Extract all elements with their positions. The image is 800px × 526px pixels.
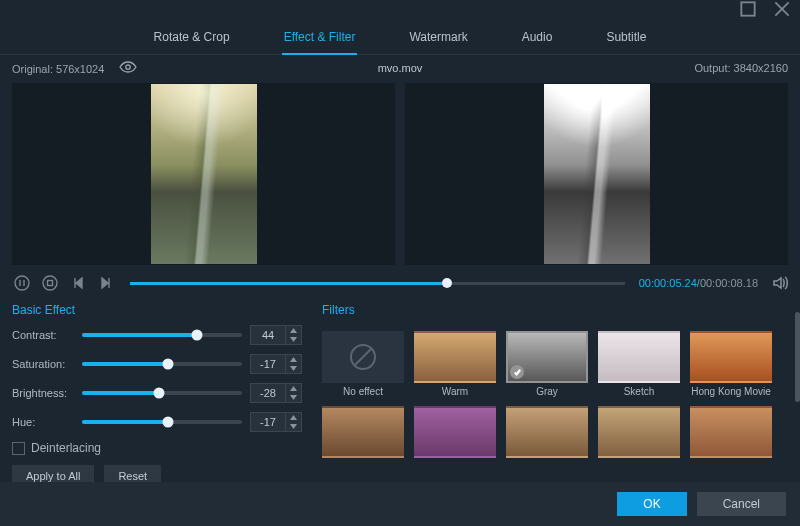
transport-bar: 00:00:05.24/00:00:08.18: [0, 267, 800, 299]
effect-label: Brightness:: [12, 387, 74, 399]
filter-item-r2a[interactable]: [322, 406, 404, 461]
filter-item-hk[interactable]: Hong Kong Movie: [690, 331, 772, 397]
tab-subtitle[interactable]: Subtitle: [604, 24, 648, 54]
stepper-down-icon[interactable]: [286, 422, 301, 431]
prev-frame-button[interactable]: [68, 273, 88, 293]
filters-scrollbar[interactable]: [795, 312, 800, 402]
close-icon[interactable]: [772, 0, 792, 19]
effect-value-box: [250, 412, 302, 432]
filter-label: Gray: [536, 386, 558, 397]
svg-rect-0: [741, 2, 754, 15]
stop-button[interactable]: [40, 273, 60, 293]
titlebar: [0, 0, 800, 18]
basic-effect-title: Basic Effect: [12, 303, 302, 317]
effect-label: Saturation:: [12, 358, 74, 370]
filter-item-r2b[interactable]: [414, 406, 496, 461]
effect-slider[interactable]: [82, 362, 242, 366]
filter-label: No effect: [343, 386, 383, 397]
effect-label: Contrast:: [12, 329, 74, 341]
filter-item-sketch[interactable]: Sketch: [598, 331, 680, 397]
tab-effect-filter[interactable]: Effect & Filter: [282, 24, 358, 54]
effect-row: Hue:: [12, 412, 302, 432]
effect-value-input[interactable]: [251, 329, 285, 341]
pause-button[interactable]: [12, 273, 32, 293]
output-resolution: Output: 3840x2160: [694, 62, 788, 74]
effect-slider[interactable]: [82, 391, 242, 395]
filter-item-r2e[interactable]: [690, 406, 772, 461]
tab-watermark[interactable]: Watermark: [407, 24, 469, 54]
svg-rect-4: [48, 281, 53, 286]
filter-label: Sketch: [624, 386, 655, 397]
file-info-bar: Original: 576x1024 mvo.mov Output: 3840x…: [0, 55, 800, 81]
filters-panel: Filters No effect Warm Gray Sketch Hong …: [322, 303, 788, 497]
effect-value-box: [250, 325, 302, 345]
svg-point-2: [15, 276, 29, 290]
stepper-up-icon[interactable]: [286, 355, 301, 364]
effect-value-input[interactable]: [251, 387, 285, 399]
stepper-up-icon[interactable]: [286, 384, 301, 393]
filter-item-r2d[interactable]: [598, 406, 680, 461]
filter-label: Hong Kong Movie: [691, 386, 771, 397]
stepper-up-icon[interactable]: [286, 413, 301, 422]
footer: OK Cancel: [0, 482, 800, 526]
filter-label: Warm: [442, 386, 468, 397]
preview-area: [0, 81, 800, 267]
effect-label: Hue:: [12, 416, 74, 428]
ok-button[interactable]: OK: [617, 492, 686, 516]
stepper-up-icon[interactable]: [286, 326, 301, 335]
filter-item-gray[interactable]: Gray: [506, 331, 588, 397]
time-current: 00:00:05.24: [639, 277, 697, 289]
deinterlacing-checkbox[interactable]: [12, 442, 25, 455]
stepper-down-icon[interactable]: [286, 393, 301, 402]
effect-value-box: [250, 354, 302, 374]
svg-point-3: [43, 276, 57, 290]
filter-item-warm[interactable]: Warm: [414, 331, 496, 397]
effect-row: Brightness:: [12, 383, 302, 403]
maximize-icon[interactable]: [738, 0, 758, 19]
cancel-button[interactable]: Cancel: [697, 492, 786, 516]
time-display: 00:00:05.24/00:00:08.18: [639, 277, 758, 289]
effect-value-input[interactable]: [251, 358, 285, 370]
tab-audio[interactable]: Audio: [520, 24, 555, 54]
preview-original: [12, 83, 395, 265]
tab-rotate-crop[interactable]: Rotate & Crop: [152, 24, 232, 54]
filter-item-noeffect[interactable]: No effect: [322, 331, 404, 397]
preview-output: [405, 83, 788, 265]
timeline-slider[interactable]: [130, 282, 625, 285]
time-total: /00:00:08.18: [697, 277, 758, 289]
effect-row: Contrast:: [12, 325, 302, 345]
deinterlacing-label: Deinterlacing: [31, 441, 101, 455]
filter-item-r2c[interactable]: [506, 406, 588, 461]
filters-title: Filters: [322, 303, 788, 317]
effect-row: Saturation:: [12, 354, 302, 374]
effect-value-box: [250, 383, 302, 403]
original-resolution: Original: 576x1024: [12, 63, 104, 75]
tab-bar: Rotate & Crop Effect & Filter Watermark …: [0, 18, 800, 55]
stepper-down-icon[interactable]: [286, 364, 301, 373]
effect-slider[interactable]: [82, 333, 242, 337]
basic-effect-panel: Basic Effect Contrast: Saturation:: [12, 303, 302, 497]
preview-toggle-icon[interactable]: [119, 61, 137, 73]
editor: Basic Effect Contrast: Saturation:: [0, 299, 800, 497]
volume-icon[interactable]: [772, 275, 788, 291]
filename: mvo.mov: [378, 62, 423, 74]
svg-point-1: [126, 65, 130, 69]
stepper-down-icon[interactable]: [286, 335, 301, 344]
effect-value-input[interactable]: [251, 416, 285, 428]
effect-slider[interactable]: [82, 420, 242, 424]
next-frame-button[interactable]: [96, 273, 116, 293]
